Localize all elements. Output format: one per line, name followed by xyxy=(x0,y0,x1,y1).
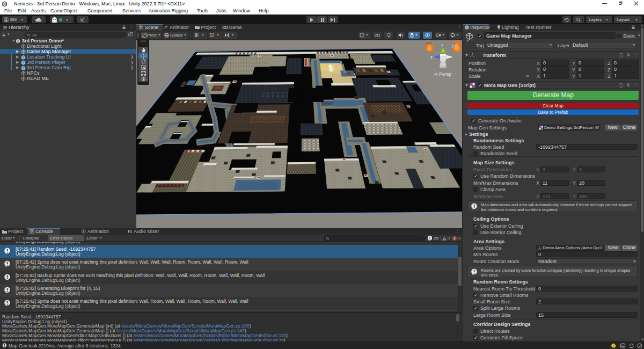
svg-text:y: y xyxy=(441,42,443,47)
svg-text:z: z xyxy=(430,55,433,60)
svg-text:⊲ Persp: ⊲ Persp xyxy=(434,71,452,77)
